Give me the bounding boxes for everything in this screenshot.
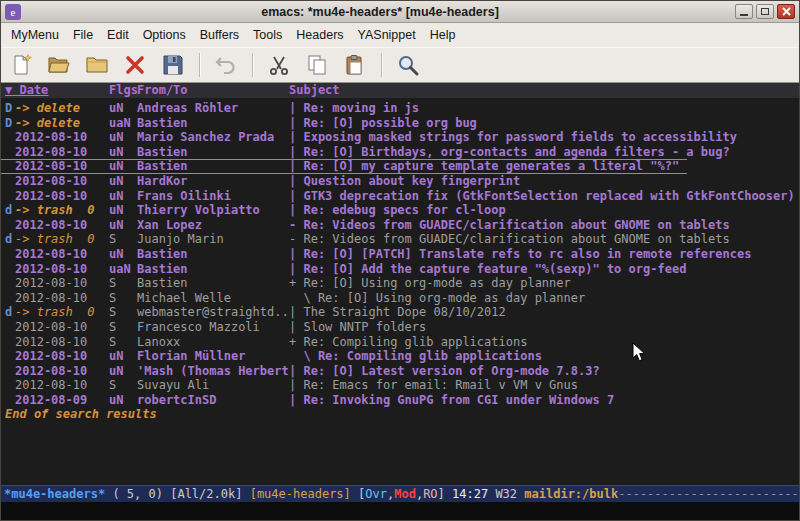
message-flags: uN: [109, 130, 137, 145]
message-date: 2012-08-10: [15, 174, 109, 189]
message-from: Mario Sanchez Prada: [137, 130, 289, 145]
modeline-ro: RO: [423, 487, 437, 501]
paste-button[interactable]: [339, 50, 371, 80]
column-header-subject[interactable]: Subject: [289, 83, 799, 98]
echo-area[interactable]: [1, 502, 799, 520]
message-date: -> delete: [15, 101, 109, 116]
message-row[interactable]: 2012-08-10SFrancesco Mazzoli| Slow NNTP …: [1, 320, 799, 335]
message-from: Juanjo Marin: [137, 232, 289, 247]
minimize-button[interactable]: [735, 4, 753, 19]
new-file-icon: [9, 53, 33, 77]
message-date: -> trash 0: [15, 203, 109, 218]
message-date: -> delete: [15, 116, 109, 131]
message-mark: [5, 145, 15, 160]
message-mark: [5, 189, 15, 204]
message-from: webmaster@straightd...: [137, 305, 289, 320]
dired-button[interactable]: [81, 50, 113, 80]
message-from: Michael Welle: [137, 291, 289, 306]
titlebar[interactable]: e emacs: *mu4e-headers* [mu4e-headers]: [1, 1, 799, 23]
message-from: Bastien: [137, 145, 289, 160]
mode-line[interactable]: *mu4e-headers* ( 5, 0) [All/2.0k] [mu4e-…: [1, 485, 799, 502]
message-from: Thierry Volpiatto: [137, 203, 289, 218]
message-row[interactable]: 2012-08-10SLanoxx+ Re: Compiling glib ap…: [1, 335, 799, 350]
message-flags: uN: [109, 218, 137, 233]
message-row[interactable]: 2012-08-10uNBastien| Re: [O] my capture …: [1, 159, 687, 174]
column-header-flags[interactable]: Flgs: [109, 83, 137, 98]
mu4e-headers-buffer: ▼ Date Flgs From/To Subject D-> deleteuN…: [1, 83, 799, 520]
modeline-dashes: ----------------------------------------…: [618, 487, 799, 501]
message-subject: | Re: [O] Birthdays, org-contacts and ag…: [289, 145, 799, 160]
message-flags: uN: [109, 174, 137, 189]
message-date: 2012-08-10: [15, 189, 109, 204]
column-header-from[interactable]: From/To: [137, 83, 289, 98]
window-controls: [735, 4, 795, 19]
message-mark: [5, 320, 15, 335]
open-file-button[interactable]: [43, 50, 75, 80]
menu-item-headers[interactable]: Headers: [289, 24, 350, 46]
close-button[interactable]: [777, 4, 795, 19]
message-mark: [5, 174, 15, 189]
message-row[interactable]: 2012-08-10SSuvayu Ali| Re: Emacs for ema…: [1, 378, 799, 393]
message-flags: uN: [109, 349, 137, 364]
message-row[interactable]: d-> trash 0Swebmaster@straightd...| The …: [1, 305, 799, 320]
message-mark: [5, 160, 15, 173]
message-flags: uaN: [109, 262, 137, 277]
message-row[interactable]: 2012-08-10SBastien+ Re: [O] Using org-mo…: [1, 276, 799, 291]
cut-button[interactable]: [263, 50, 295, 80]
message-date: 2012-08-10: [15, 349, 109, 364]
message-flags: S: [109, 305, 137, 320]
message-row[interactable]: D-> deleteuNAndreas Röhler| Re: moving i…: [1, 101, 799, 116]
message-row[interactable]: d-> trash 0SJuanjo Marin- Re: Videos fro…: [1, 232, 799, 247]
message-row[interactable]: 2012-08-09uNrobertcInSD| Re: Invoking Gn…: [1, 393, 799, 408]
open-file-icon: [47, 53, 71, 77]
message-row[interactable]: 2012-08-10uNFrans Oilinki| GTK3 deprecat…: [1, 189, 799, 204]
message-row[interactable]: 2012-08-10uaNBastien| Re: [O] Add the ca…: [1, 262, 799, 277]
modeline-plain: [: [351, 487, 365, 501]
new-file-button[interactable]: [5, 50, 37, 80]
save-buffer-icon: [161, 53, 185, 77]
message-flags: uN: [109, 247, 137, 262]
message-row[interactable]: D-> deleteuaNBastien| Re: [O] possible o…: [1, 116, 799, 131]
message-row[interactable]: d-> trash 0uNThierry Volpiatto| Re: edeb…: [1, 203, 799, 218]
menu-item-file[interactable]: File: [66, 24, 100, 46]
message-from: Bastien: [137, 116, 289, 131]
message-row[interactable]: 2012-08-10uNHardKor| Question about key …: [1, 174, 799, 189]
message-subject: | Re: [O] [PATCH] Translate refs to rc a…: [289, 247, 799, 262]
message-row[interactable]: 2012-08-10uNBastien| Re: [O] [PATCH] Tra…: [1, 247, 799, 262]
copy-button[interactable]: [301, 50, 333, 80]
menu-item-tools[interactable]: Tools: [246, 24, 289, 46]
message-row[interactable]: 2012-08-10SMichael Welle \ Re: [O] Using…: [1, 291, 799, 306]
message-row[interactable]: 2012-08-10uN'Mash (Thomas Herbert)| Re: …: [1, 364, 799, 379]
undo-button[interactable]: [210, 50, 242, 80]
message-flags: S: [109, 320, 137, 335]
menu-item-mymenu[interactable]: MyMenu: [4, 24, 66, 46]
isearch-button[interactable]: [392, 50, 424, 80]
menu-item-help[interactable]: Help: [423, 24, 463, 46]
message-subject: | Re: Emacs for email: Rmail v VM v Gnus: [289, 378, 799, 393]
window-title: emacs: *mu4e-headers* [mu4e-headers]: [25, 5, 735, 19]
message-from: Xan Lopez: [137, 218, 289, 233]
message-row[interactable]: 2012-08-10uNMario Sanchez Prada| Exposin…: [1, 130, 799, 145]
message-row[interactable]: 2012-08-10uNFlorian Müllner \ Re: Compil…: [1, 349, 799, 364]
copy-icon: [305, 53, 329, 77]
message-row[interactable]: 2012-08-10uNXan Lopez- Re: Videos from G…: [1, 218, 799, 233]
column-header-date[interactable]: ▼ Date: [5, 83, 109, 98]
menu-item-edit[interactable]: Edit: [100, 24, 136, 46]
menu-item-options[interactable]: Options: [136, 24, 193, 46]
message-date: 2012-08-10: [15, 262, 109, 277]
message-from: HardKor: [137, 174, 289, 189]
kill-buffer-button[interactable]: [119, 50, 151, 80]
message-row[interactable]: 2012-08-10uNBastien| Re: [O] Birthdays, …: [1, 145, 799, 160]
message-date: 2012-08-10: [15, 291, 109, 306]
message-subject: | Question about key fingerprint: [289, 174, 799, 189]
save-buffer-button[interactable]: [157, 50, 189, 80]
message-mark: D: [5, 116, 15, 131]
menu-item-yasnippet[interactable]: YASnippet: [351, 24, 423, 46]
menu-item-buffers[interactable]: Buffers: [193, 24, 246, 46]
message-mark: d: [5, 232, 15, 247]
message-from: Suvayu Ali: [137, 378, 289, 393]
message-flags: uN: [109, 160, 137, 173]
message-mark: [5, 218, 15, 233]
modeline-plain: [All/2.0k]: [170, 487, 249, 501]
maximize-button[interactable]: [756, 4, 774, 19]
